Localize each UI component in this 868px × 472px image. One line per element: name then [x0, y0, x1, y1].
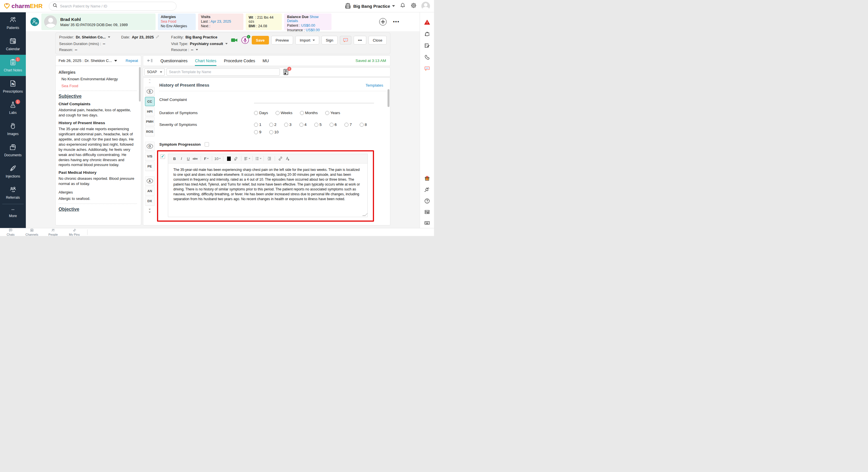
add-plus-button[interactable] [379, 18, 386, 26]
tab-questionnaires[interactable]: Questionnaires [160, 55, 187, 66]
strikethrough-button[interactable]: abc [192, 155, 198, 162]
severity-radio-10[interactable]: 10 [269, 130, 279, 134]
nav-vitals[interactable]: V/S [145, 152, 155, 161]
save-button[interactable]: Save [252, 36, 269, 44]
severity-radio-9[interactable]: 9 [254, 130, 261, 134]
align-button[interactable] [243, 155, 250, 162]
nav-subjective[interactable]: S [145, 87, 155, 96]
patient-search[interactable] [49, 2, 177, 11]
visits-card[interactable]: Visits Last : Apr 23, 2025 Next : [198, 13, 243, 30]
edit-date-pencil-icon[interactable] [156, 35, 160, 40]
severity-radio-5[interactable]: 5 [314, 123, 322, 127]
phone-icon[interactable] [424, 54, 430, 60]
patient-identity-card[interactable]: Brad Kohl Male/ 35 ID:PAT0029 DOB:Dec 09… [41, 13, 156, 30]
list-button[interactable] [255, 155, 261, 162]
nav-hpi[interactable]: HPI [145, 107, 155, 116]
hpi-narrative-textarea[interactable]: The 35-year-old male has been experienci… [168, 164, 367, 217]
duration-radio-weeks[interactable]: Weeks [276, 111, 292, 115]
close-button[interactable]: Close [369, 36, 386, 44]
duration-radio-months[interactable]: Months [300, 111, 318, 115]
charm-ehr-logo[interactable]: charmEHR [0, 3, 49, 9]
insert-link-button[interactable] [277, 155, 284, 162]
symptom-progression-checkbox[interactable] [205, 142, 209, 146]
bottombar-people[interactable]: People [42, 228, 64, 236]
chief-complaint-input[interactable] [254, 98, 374, 103]
dictation-mic-button[interactable]: ! [241, 36, 249, 44]
chart-note-summary-body[interactable]: Allergies No Known Environmental Allergy… [56, 66, 141, 225]
allergies-card[interactable]: Allergies Sea Food No Env Allergies [158, 13, 196, 30]
nav-objective[interactable]: O [145, 142, 155, 151]
text-color-button[interactable] [225, 155, 232, 162]
tab-mu[interactable]: MU [262, 55, 269, 66]
highlight-color-button[interactable] [232, 155, 239, 162]
bottombar-my-pins[interactable]: My Pins [64, 228, 85, 236]
encounter-select[interactable]: Feb 26, 2025 : Dr. Sheldon C... [59, 59, 117, 63]
preview-button[interactable]: Preview [271, 36, 293, 44]
sticky-note-icon[interactable] [424, 31, 430, 37]
settings-gear-icon[interactable] [410, 2, 417, 10]
clear-format-button[interactable] [284, 155, 291, 162]
bold-button[interactable]: B [171, 155, 178, 162]
sidebar-item-more[interactable]: More [0, 205, 26, 221]
balance-card[interactable]: Balance Due Show Details Patient : US$0.… [284, 13, 332, 30]
severity-radio-3[interactable]: 3 [284, 123, 291, 127]
patient-more-options-button[interactable]: ••• [393, 19, 400, 24]
font-size-button[interactable]: 10 [214, 155, 221, 162]
sidebar-item-patients[interactable]: Patients [0, 12, 26, 34]
sidebar-item-calendar[interactable]: 12 Calendar [0, 34, 26, 55]
sidebar-item-referrals[interactable]: Referrals [0, 182, 26, 203]
practice-selector[interactable]: Big Bang Practice [344, 2, 395, 10]
severity-radio-4[interactable]: 4 [299, 123, 307, 127]
font-family-button[interactable]: F [203, 155, 210, 162]
sign-button[interactable]: Sign [321, 36, 338, 44]
sidebar-item-documents[interactable]: Documents [0, 140, 26, 161]
tab-procedure-codes[interactable]: Procedure Codes [224, 55, 255, 66]
severity-radio-7[interactable]: 7 [344, 123, 352, 127]
severity-radio-6[interactable]: 6 [330, 123, 337, 127]
tasks-checklist-icon[interactable] [424, 42, 430, 49]
soap-select[interactable]: SOAP [144, 68, 165, 76]
user-avatar[interactable] [422, 2, 430, 10]
sidebar-item-injections[interactable]: Injections [0, 161, 26, 182]
nav-pe[interactable]: PE [145, 162, 155, 171]
sidebar-item-chart-notes[interactable]: 1 CC Chart Notes [0, 55, 26, 76]
scroll-down-chevron[interactable]: ⌄⌄ [148, 207, 151, 213]
template-list-icon[interactable]: 3 [283, 69, 289, 75]
messages-chat-icon[interactable] [424, 65, 430, 72]
layout-panels-icon[interactable] [424, 209, 430, 215]
encounter-chat-button[interactable] [340, 36, 351, 44]
help-icon[interactable] [424, 198, 430, 204]
editor-resize-handle[interactable] [362, 213, 367, 216]
alerts-warning-icon[interactable] [424, 19, 430, 26]
bottombar-channels[interactable]: Channels [21, 228, 42, 236]
tab-chart-notes[interactable]: Chart Notes [195, 55, 216, 66]
import-button[interactable]: Import [296, 36, 319, 44]
visit-type-value[interactable]: Psychiatry consult [190, 42, 223, 46]
nav-assessment[interactable]: A [145, 176, 155, 186]
nav-ros[interactable]: ROS [145, 127, 155, 136]
sidebar-item-images[interactable]: Images [0, 119, 26, 140]
bottombar-chats[interactable]: Chats [0, 228, 21, 236]
duration-radio-years[interactable]: Years [325, 111, 340, 115]
severity-radio-1[interactable]: 1 [254, 123, 261, 127]
video-call-button[interactable] [230, 36, 239, 44]
nav-pmh[interactable]: PMH [145, 117, 155, 126]
integrations-plug-icon[interactable] [424, 187, 430, 193]
italic-button[interactable]: I [178, 155, 185, 162]
duration-radio-days[interactable]: Days [254, 111, 268, 115]
nav-chief-complaint[interactable]: CC [145, 97, 155, 106]
editor-enabled-checkbox[interactable] [160, 154, 165, 159]
visits-last-date[interactable]: Apr 23, 2025 [210, 20, 231, 24]
provider-value[interactable]: Dr. Sheldon Co... [76, 35, 105, 39]
indent-button[interactable] [266, 155, 273, 162]
template-search-input[interactable] [166, 68, 280, 76]
repeat-link[interactable]: Repeat [125, 59, 138, 63]
vitals-card[interactable]: Wt : 211 lbs 44 ozs BMI : 24.08 [246, 13, 282, 30]
sidebar-item-prescriptions[interactable]: R Prescriptions [0, 76, 26, 97]
search-input[interactable] [60, 4, 173, 8]
keyboard-icon[interactable] [424, 220, 430, 226]
templates-link[interactable]: Templates [365, 83, 383, 88]
resource-value[interactable]: -- [191, 47, 193, 52]
collapse-panel-icon[interactable] [147, 59, 153, 63]
left-panel-scrollbar[interactable] [139, 67, 141, 102]
